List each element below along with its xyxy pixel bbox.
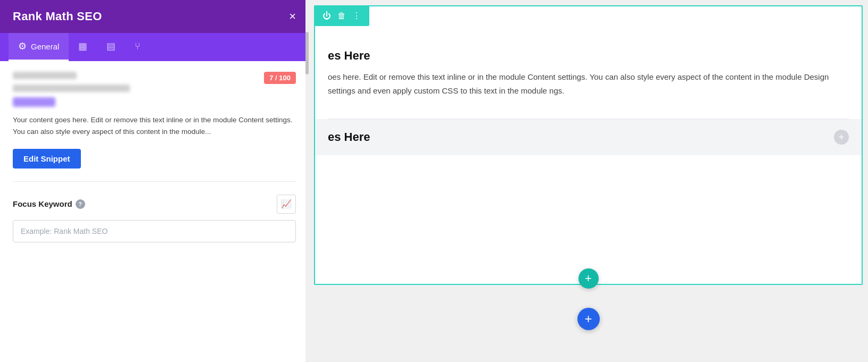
left-panel: Rank Math SEO × ⚙ General ▦ ▤ ⑂ 7 / 100	[0, 0, 309, 362]
score-badge: 7 / 100	[264, 72, 296, 84]
add-row-teal: +	[578, 268, 599, 289]
nav-tabs: ⚙ General ▦ ▤ ⑂	[0, 33, 309, 61]
help-icon[interactable]: ?	[76, 199, 85, 209]
panel-title: Rank Math SEO	[13, 10, 102, 23]
power-icon[interactable]: ⏻	[320, 10, 333, 22]
tab-advanced[interactable]: ⑂	[125, 33, 150, 61]
close-icon[interactable]: ×	[289, 11, 296, 22]
add-section-blue-button[interactable]: +	[577, 308, 600, 330]
module-grey-section: es Here +	[315, 119, 862, 155]
focus-keyword-label: Focus Keyword ?	[13, 199, 85, 209]
blurred-row-3	[13, 97, 55, 107]
add-content-grey-button[interactable]: +	[834, 130, 849, 145]
blurred-meta	[13, 72, 264, 107]
social-icon: ▦	[78, 40, 87, 52]
add-row-teal-button[interactable]: +	[578, 268, 599, 289]
blurred-row-1	[13, 72, 77, 79]
module-selected: es Here oes here. Edit or remove this te…	[314, 5, 863, 285]
module-text: oes here. Edit or remove this text inlin…	[328, 70, 849, 97]
module-heading: es Here	[328, 49, 849, 63]
trend-icon: 📈	[281, 199, 292, 209]
tab-schema[interactable]: ▤	[97, 33, 125, 61]
tab-social[interactable]: ▦	[69, 33, 97, 61]
delete-icon[interactable]: 🗑	[335, 10, 348, 22]
panel-content: 7 / 100 Your content goes here. Edit or …	[0, 61, 309, 362]
panel-header: Rank Math SEO ×	[0, 0, 309, 33]
meta-area: 7 / 100	[13, 72, 296, 107]
tab-general-label: General	[31, 42, 59, 51]
focus-keyword-text: Focus Keyword	[13, 199, 72, 208]
trend-icon-button[interactable]: 📈	[277, 195, 296, 214]
focus-keyword-row: Focus Keyword ? 📈	[13, 195, 296, 214]
add-section-blue: +	[577, 308, 600, 330]
schema-icon: ▤	[106, 40, 115, 52]
focus-keyword-input[interactable]	[13, 220, 296, 242]
module-toolbar: ⏻ 🗑 ⋮	[314, 5, 369, 26]
advanced-icon: ⑂	[135, 41, 140, 52]
right-panel: ⏻ 🗑 ⋮ es Here oes here. Edit or remove t…	[309, 0, 868, 362]
edit-snippet-button[interactable]: Edit Snippet	[13, 149, 81, 169]
tab-general[interactable]: ⚙ General	[9, 33, 69, 61]
more-options-icon[interactable]: ⋮	[350, 10, 363, 22]
module-content: es Here oes here. Edit or remove this te…	[315, 6, 862, 119]
blurred-row-2	[13, 85, 130, 92]
gear-icon: ⚙	[18, 40, 27, 52]
module-grey-heading: es Here	[328, 130, 370, 144]
divider-1	[13, 181, 296, 182]
preview-text: Your content goes here. Edit or remove t…	[13, 114, 296, 138]
